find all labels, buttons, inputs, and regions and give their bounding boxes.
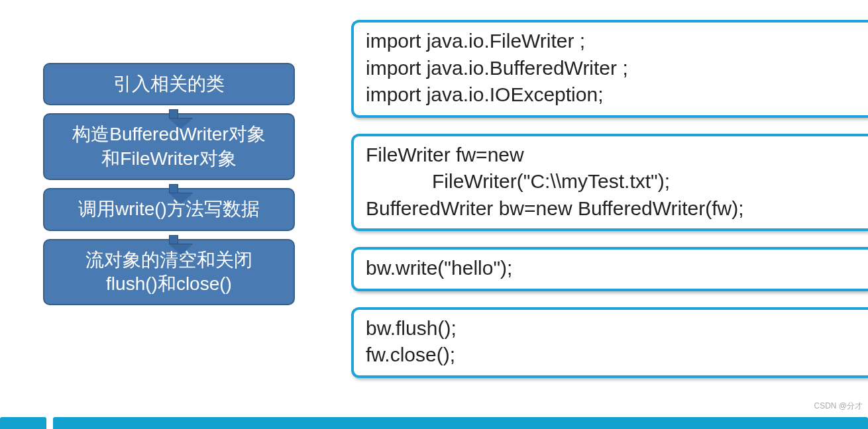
code-box-imports: import java.io.FileWriter ; import java.… [351, 20, 868, 118]
code-text: bw.flush(); fw.close(); [366, 317, 457, 366]
bottom-bar-segment [53, 417, 868, 429]
watermark-text: CSDN @分才 [814, 401, 863, 412]
code-text: bw.write("hello"); [366, 257, 512, 279]
code-box-write: bw.write("hello"); [351, 247, 868, 291]
bottom-decoration [0, 417, 868, 429]
bottom-bar-segment [0, 417, 46, 429]
flow-step-label-line2: 和FileWriter对象 [101, 148, 236, 169]
flow-step-import: 引入相关的类 [43, 63, 295, 105]
code-column: import java.io.FileWriter ; import java.… [338, 20, 868, 378]
code-box-construct: FileWriter fw=new FileWriter("C:\\myTest… [351, 134, 868, 232]
flowchart-column: 引入相关的类 构造BufferedWriter对象 和FileWriter对象 … [0, 20, 338, 378]
code-text: FileWriter fw=new FileWriter("C:\\myTest… [366, 144, 744, 219]
code-text: import java.io.FileWriter ; import java.… [366, 30, 628, 105]
flow-step-label-line2: flush()和close() [106, 273, 232, 294]
flow-step-label: 引入相关的类 [113, 73, 225, 94]
code-box-close: bw.flush(); fw.close(); [351, 307, 868, 378]
diagram-container: 引入相关的类 构造BufferedWriter对象 和FileWriter对象 … [0, 0, 868, 378]
